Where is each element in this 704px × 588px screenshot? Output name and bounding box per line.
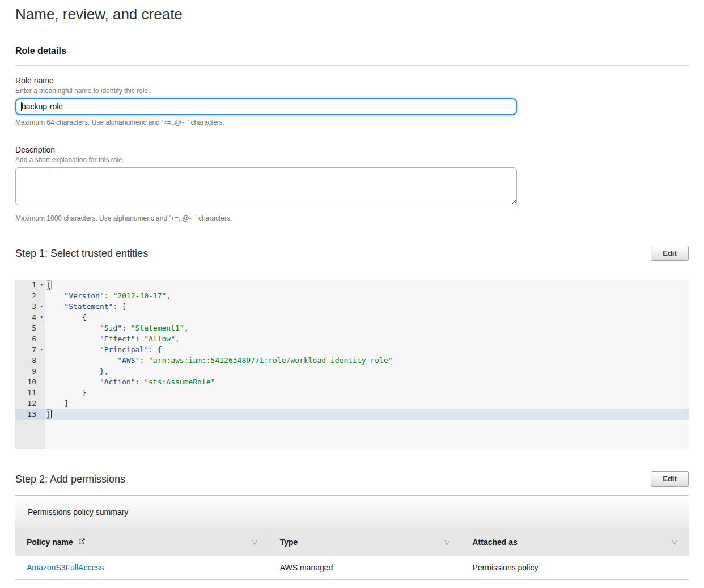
code-text: },: [45, 366, 689, 377]
editor-line[interactable]: 13}: [15, 409, 689, 420]
editor-line[interactable]: 10 "Action": "sts:AssumeRole": [15, 377, 689, 387]
role-details-heading: Role details: [15, 45, 689, 56]
sort-icon[interactable]: ▽: [444, 538, 449, 546]
role-name-label: Role name: [15, 76, 689, 86]
permissions-summary-panel: Permissions policy summary Policy name ▽…: [15, 495, 689, 580]
fold-arrow-icon[interactable]: ▾: [40, 280, 43, 290]
description-constraint: Maximum 1000 characters. Use alphanumeri…: [15, 214, 689, 222]
sort-icon[interactable]: ▽: [672, 538, 677, 546]
type-header-label: Type: [280, 538, 298, 547]
line-number: 11: [15, 387, 45, 398]
permissions-summary-title: Permissions policy summary: [15, 496, 689, 528]
text-caret: [21, 102, 22, 111]
editor-line[interactable]: 12 ]: [15, 398, 689, 409]
description-help: Add a short explanation for this role.: [15, 156, 689, 164]
line-number: 3▾: [15, 301, 45, 312]
editor-lines: 1▾{2 "Version": "2012-10-17",3▾ "Stateme…: [15, 280, 689, 420]
section-divider: [15, 65, 689, 66]
code-text: "AWS": "arn:aws:iam::541263489771:role/w…: [45, 355, 689, 366]
page-title: Name, review, and create: [15, 5, 689, 24]
editor-line[interactable]: 7▾ "Principal": {: [15, 344, 689, 355]
step2-heading: Step 2: Add permissions: [15, 473, 125, 485]
editor-line[interactable]: 11 }: [15, 387, 689, 398]
code-text: "Version": "2012-10-17",: [45, 290, 689, 301]
line-number: 4▾: [15, 312, 45, 323]
editor-line[interactable]: 2 "Version": "2012-10-17",: [15, 290, 689, 301]
editor-line[interactable]: 4▾ {: [15, 312, 689, 323]
editor-line[interactable]: 6 "Effect": "Allow",: [15, 333, 689, 344]
code-text: {: [45, 312, 689, 323]
code-text: }: [45, 409, 689, 420]
line-number: 10: [15, 377, 45, 387]
line-number: 13: [15, 409, 45, 420]
editor-line[interactable]: 3▾ "Statement": [: [15, 301, 689, 312]
sort-icon[interactable]: ▽: [252, 538, 257, 546]
step1-edit-button[interactable]: Edit: [651, 246, 689, 261]
role-name-constraint: Maximum 64 characters. Use alphanumeric …: [15, 119, 689, 126]
column-header-policy-name[interactable]: Policy name ▽: [15, 528, 269, 556]
code-text: "Effect": "Allow",: [45, 333, 689, 344]
line-number: 1▾: [15, 280, 45, 290]
step1-heading: Step 1: Select trusted entities: [15, 247, 148, 260]
policy-type-cell: AWS managed: [269, 556, 461, 579]
role-name-help: Enter a meaningful name to identify this…: [15, 87, 689, 95]
role-name-input-wrap: [15, 98, 517, 115]
step1-header-row: Step 1: Select trusted entities Edit: [15, 246, 689, 261]
editor-caret: [51, 410, 52, 418]
line-number: 6: [15, 333, 45, 344]
description-label: Description: [15, 145, 689, 155]
editor-line[interactable]: 5 "Sid": "Statement1",: [15, 323, 689, 333]
policy-table-header: Policy name ▽ Type ▽ Attached as ▽: [15, 528, 689, 556]
trust-policy-editor[interactable]: 1▾{2 "Version": "2012-10-17",3▾ "Stateme…: [15, 280, 689, 449]
editor-line[interactable]: 1▾{: [15, 280, 689, 290]
external-link-icon: [78, 538, 86, 547]
role-name-input[interactable]: [15, 98, 517, 115]
editor-line[interactable]: 9 },: [15, 366, 689, 377]
code-text: {: [45, 280, 689, 290]
fold-arrow-icon[interactable]: ▾: [40, 344, 43, 355]
editor-line[interactable]: 8 "AWS": "arn:aws:iam::541263489771:role…: [15, 355, 689, 366]
description-textarea[interactable]: [15, 167, 517, 205]
line-number: 2: [15, 290, 45, 301]
line-number: 12: [15, 398, 45, 409]
attached-as-header-label: Attached as: [472, 538, 517, 547]
code-text: }: [45, 387, 689, 398]
line-number: 9: [15, 366, 45, 377]
code-text: "Sid": "Statement1",: [45, 323, 689, 333]
fold-arrow-icon[interactable]: ▾: [40, 301, 43, 312]
code-text: "Statement": [: [45, 301, 689, 312]
line-number: 7▾: [15, 344, 45, 355]
step2-header-row: Step 2: Add permissions Edit: [15, 471, 689, 487]
line-number: 8: [15, 355, 45, 366]
fold-arrow-icon[interactable]: ▾: [40, 312, 43, 323]
policy-name-header-label: Policy name: [27, 538, 73, 547]
column-header-attached-as[interactable]: Attached as ▽: [461, 528, 689, 556]
policy-name-link[interactable]: AmazonS3FullAccess: [27, 563, 104, 572]
line-number: 5: [15, 323, 45, 333]
step2-edit-button[interactable]: Edit: [651, 471, 689, 487]
code-text: ]: [45, 398, 689, 409]
code-text: "Action": "sts:AssumeRole": [45, 377, 689, 387]
column-header-type[interactable]: Type ▽: [269, 528, 461, 556]
code-text: "Principal": {: [45, 344, 689, 355]
policy-table-row: AmazonS3FullAccess AWS managed Permissio…: [15, 556, 689, 580]
policy-attached-as-cell: Permissions policy: [461, 556, 689, 579]
